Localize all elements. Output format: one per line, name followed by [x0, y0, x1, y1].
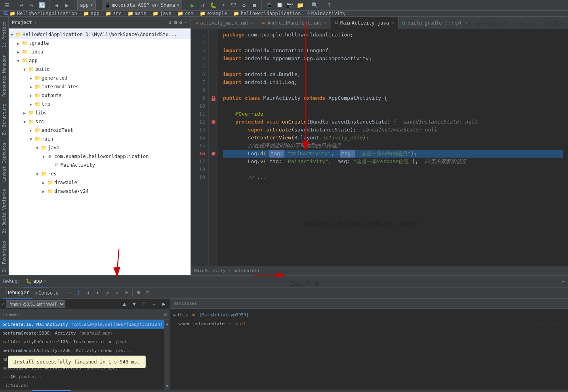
file-tree[interactable]: ▼ 📁 HelloWorldApplication D:\MyAll\WorkS…	[9, 29, 191, 275]
tree-item-drawable[interactable]: ▶ 📁 drawable	[9, 178, 191, 187]
tree-arrow-idea[interactable]: ▶	[15, 50, 21, 54]
breadcrumb-com[interactable]: 📁 com	[177, 11, 194, 16]
breadcrumb-mainactivity[interactable]: © MainActivity	[307, 11, 346, 16]
code-content[interactable]: package com.example.helloworldapplicatio…	[218, 29, 568, 266]
tree-item-package[interactable]: ▼ ⊞ com.example.helloworldapplication	[9, 152, 191, 161]
toolbar-redo-icon[interactable]: ↪	[27, 1, 36, 10]
project-dropdown-icon[interactable]: ▾	[34, 20, 37, 25]
breadcrumb-item-7[interactable]: helloworldapplication	[241, 11, 301, 16]
debug-minimize-icon[interactable]: —	[562, 278, 565, 284]
tab-close-build-gradle[interactable]: ✕	[464, 20, 467, 25]
tree-item-tmp[interactable]: ▶ 📁 tmp	[9, 100, 191, 108]
thread-expand-icon[interactable]: ▶	[160, 300, 168, 308]
tree-arrow-res[interactable]: ▼	[34, 172, 40, 176]
toolbar-avd-icon[interactable]: 📱	[265, 1, 273, 10]
debug-table-icon[interactable]: ⊞	[134, 289, 143, 297]
frames-scroll-down-icon[interactable]: ▼	[166, 384, 168, 388]
tree-item-androidtest[interactable]: ▶ 📁 androidTest	[9, 126, 191, 135]
frames-list[interactable]: onCreate:16, MainActivity (com.example.h…	[0, 320, 170, 390]
frame-item-7[interactable]: (roid.os)	[0, 381, 170, 390]
toolbar-sync-icon[interactable]: 🔄	[38, 1, 46, 10]
frame-item-6[interactable]: ...$H (andro...	[0, 372, 170, 381]
debug-evaluate-icon[interactable]: ⇥	[112, 289, 121, 297]
breadcrumb-item-2[interactable]: src	[113, 11, 122, 16]
breadcrumb-src[interactable]: 📁 src	[105, 11, 122, 16]
tree-arrow-java[interactable]: ▼	[34, 146, 40, 150]
tree-item-drawable-v24[interactable]: ▶ 📁 drawable-v24	[9, 187, 191, 196]
tree-item-libs[interactable]: ▶ 📁 libs	[9, 108, 191, 117]
tree-arrow-androidtest[interactable]: ▶	[28, 128, 34, 133]
frames-scroll-up-icon[interactable]: ▲	[166, 322, 168, 326]
breadcrumb-item-0[interactable]: HelloWorldApplication	[17, 11, 77, 16]
tree-item-intermediates[interactable]: ▶ 📁 intermediates	[9, 82, 191, 91]
thread-filter-icon[interactable]: ⊟	[140, 300, 149, 308]
toolbar-back-icon[interactable]: ◀	[52, 1, 61, 10]
frame-item-3[interactable]: performLaunchActivity:2280, ActivityThre…	[0, 346, 170, 355]
toolbar-stop-icon[interactable]: ↺	[198, 1, 207, 10]
toolbar-menu-icon[interactable]: ☰	[2, 1, 11, 10]
tree-item-mainactivity[interactable]: © MainActivity	[9, 161, 191, 169]
breadcrumb-item-3[interactable]: main	[135, 11, 147, 16]
breadcrumb-example[interactable]: 📁 example	[200, 11, 227, 16]
toolbar-task-icon[interactable]: ◼	[250, 1, 259, 10]
run-button[interactable]: ▶	[188, 1, 197, 10]
thread-dropdown[interactable]: *main"@3,5...ain": WAIT	[6, 300, 65, 308]
toolbar-forward-icon[interactable]: ▶	[63, 1, 71, 10]
debug-tab-console[interactable]: ▷ Console	[32, 287, 62, 299]
thread-up-icon[interactable]: ▲	[120, 300, 129, 308]
bottom-tab-debug[interactable]: 🐛 5: Debug	[32, 390, 71, 392]
bottom-tab-todo[interactable]: ≡ TODO	[71, 390, 95, 392]
breadcrumb-item-1[interactable]: app	[91, 11, 99, 16]
tree-item-app[interactable]: ▼ 📁 app	[9, 56, 191, 65]
tree-arrow-drawable-v24[interactable]: ▶	[40, 189, 47, 194]
tree-arrow-libs[interactable]: ▶	[21, 111, 28, 115]
debug-settings-icon[interactable]: ⊟	[144, 289, 152, 297]
debug-tab-debugger[interactable]: Debugger	[3, 287, 32, 299]
var-expand-this-icon[interactable]: ▶	[173, 313, 176, 317]
tree-arrow-app[interactable]: ▼	[15, 59, 21, 63]
tree-item-gradle[interactable]: ▶ 📁 .gradle	[9, 39, 191, 48]
tree-arrow-gradle[interactable]: ▶	[15, 41, 21, 46]
breadcrumb-item-4[interactable]: java	[160, 11, 172, 16]
breadcrumb-main[interactable]: 📁 main	[128, 11, 147, 16]
project-settings-icon[interactable]: ⚙	[179, 20, 182, 25]
tree-item-generated[interactable]: ▶ 📁 generated	[9, 74, 191, 82]
breadcrumb-item-6[interactable]: example	[207, 11, 227, 16]
tree-item-outputs[interactable]: ▶ 📁 outputs	[9, 91, 191, 100]
tree-arrow-src[interactable]: ▼	[21, 120, 28, 124]
thread-down-icon[interactable]: ▼	[130, 300, 139, 308]
device-dropdown[interactable]: 📱 motorola AOSP on Shama ▾	[102, 0, 182, 10]
toolbar-layout-icon[interactable]: 📁	[295, 1, 304, 10]
toolbar-sdk-icon[interactable]: 🔲	[275, 1, 284, 10]
project-sync-icon[interactable]: ⊕	[169, 20, 172, 25]
tab-androidmanifest[interactable]: ⊞ AndroidManifest.xml ✕	[258, 17, 331, 29]
tree-arrow-intermediates[interactable]: ▶	[28, 85, 34, 89]
breadcrumb-hwa[interactable]: 📁 helloworldapplication	[233, 11, 301, 16]
bottom-tab-profiler[interactable]: 📊 Profiler	[206, 390, 245, 392]
app-config-dropdown[interactable]: app ▾	[77, 0, 96, 10]
sidebar-tab-build-variants[interactable]: 2: Build Variants	[0, 186, 8, 237]
toolbar-settings-icon[interactable]: 📷	[285, 1, 294, 10]
frame-item-1[interactable]: performCreate:5990, Activity (android.ap…	[0, 329, 170, 337]
breadcrumb-app[interactable]: 📁 HelloWorldApplication	[10, 11, 77, 16]
frame-item-2[interactable]: callActivityOnCreate:1106, Instrumentati…	[0, 337, 170, 346]
debug-app-tab[interactable]: 🐛 app ✕	[23, 276, 48, 287]
breadcrumb-java[interactable]: 📁 java	[152, 11, 172, 16]
bottom-tab-run[interactable]: ▶ 4: Run	[3, 390, 32, 392]
sidebar-tab-resource-manager[interactable]: Resource Manager	[0, 51, 8, 100]
thread-add-icon[interactable]: +	[150, 300, 158, 308]
toolbar-search-icon[interactable]: 🔍	[310, 1, 319, 10]
debug-button[interactable]: 🐛	[209, 1, 217, 10]
bottom-tab-logcat[interactable]: 📋 6: Logcat	[164, 390, 206, 392]
tree-item-idea[interactable]: ▶ 📁 .idea	[9, 48, 191, 56]
code-editor[interactable]: 1 2 3 4 5 6 7 8 9 10 11 12 13 14 15 16 1	[191, 29, 568, 266]
tab-close-activity-main[interactable]: ✕	[251, 20, 254, 25]
tree-item-java[interactable]: ▼ 📁 java	[9, 143, 191, 152]
breadcrumb-item-8[interactable]: MainActivity	[311, 11, 346, 16]
tree-item-build[interactable]: ▼ 📁 build	[9, 65, 191, 74]
debug-run-to-cursor-icon[interactable]: ↗	[103, 289, 112, 297]
sidebar-tab-layout-captures[interactable]: Layout Captures	[0, 139, 8, 185]
toolbar-attach-icon[interactable]: ⚡	[219, 1, 228, 10]
tree-item-main[interactable]: ▼ 📁 main	[9, 135, 191, 143]
breadcrumb-item-5[interactable]: com	[185, 11, 194, 16]
